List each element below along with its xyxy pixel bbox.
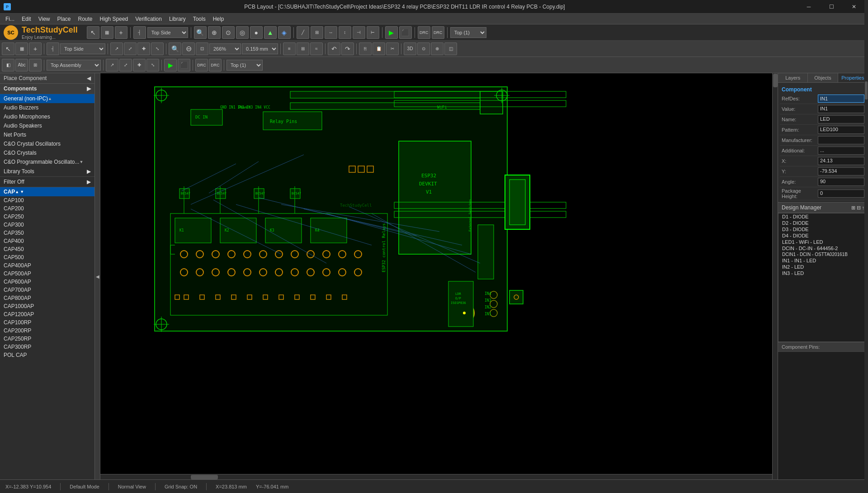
tb2-prop[interactable]: ⊕ bbox=[431, 43, 443, 55]
tb-sw2[interactable]: ↕ bbox=[339, 26, 351, 39]
cat-microphones[interactable]: Audio Microphones bbox=[0, 112, 94, 121]
tb-select-arrow[interactable]: ↖ bbox=[87, 26, 99, 39]
dm-in3[interactable]: IN3 - LED bbox=[778, 270, 868, 276]
tab-objects[interactable]: Objects bbox=[808, 73, 838, 82]
tb2-comp[interactable]: ⊞ bbox=[297, 43, 309, 55]
tb-sw1[interactable]: ↔ bbox=[325, 26, 337, 39]
cat-co-prog[interactable]: C&O Programmable Oscillato... ▼ bbox=[0, 157, 94, 166]
panel-collapse-button[interactable]: ◀ bbox=[95, 73, 100, 479]
hscroll-thumb[interactable] bbox=[191, 475, 218, 479]
menu-route[interactable]: Route bbox=[75, 15, 96, 23]
tb2-rect[interactable]: ▦ bbox=[15, 43, 28, 55]
tb-search[interactable]: 🔍 bbox=[194, 26, 207, 39]
tb-via[interactable]: ◈ bbox=[278, 26, 291, 39]
tb2-b2[interactable]: ⤢ bbox=[124, 43, 137, 55]
dm-led1[interactable]: LED1 - WiFi - LED bbox=[778, 239, 868, 245]
close-button[interactable]: ✕ bbox=[844, 0, 864, 14]
tb2-b3[interactable]: ✚ bbox=[137, 43, 150, 55]
cap-200rp[interactable]: CAP200RP bbox=[0, 327, 94, 335]
tb-grid[interactable]: ⊞ bbox=[311, 26, 323, 39]
place-component-header[interactable]: Place Component ◀ bbox=[0, 73, 94, 84]
tb-dot[interactable]: ● bbox=[250, 26, 263, 39]
cap-100[interactable]: CAP100 bbox=[0, 196, 94, 204]
tb-drc2[interactable]: DRC bbox=[432, 26, 444, 39]
cat-speakers[interactable]: Audio Speakers bbox=[0, 121, 94, 130]
tb3-n4[interactable]: ⤡ bbox=[146, 59, 159, 71]
tb2-cut[interactable]: ✂ bbox=[386, 43, 399, 55]
dm-d1[interactable]: D1 - DIODE bbox=[778, 213, 868, 220]
dm-icon1[interactable]: ⊞ bbox=[851, 205, 855, 211]
tb-search2[interactable]: ⊕ bbox=[208, 26, 221, 39]
cap-pol[interactable]: POL CAP bbox=[0, 351, 94, 359]
cap-400[interactable]: CAP400 bbox=[0, 237, 94, 245]
tb2-b1[interactable]: ↗ bbox=[110, 43, 123, 55]
tb-wire[interactable]: ▦ bbox=[101, 26, 113, 39]
dm-dcin1[interactable]: DCIN1 - DCIN - OSTTA020161B bbox=[778, 251, 868, 257]
tb-stop[interactable]: ⬛ bbox=[399, 26, 412, 39]
cat-co-osc[interactable]: C&O Crystal Oscillators bbox=[0, 139, 94, 148]
assembly-select[interactable]: Top Assembly bbox=[47, 60, 101, 71]
cap-600ap[interactable]: CAP600AP bbox=[0, 278, 94, 286]
horizontal-scrollbar[interactable] bbox=[100, 474, 772, 479]
cat-netports[interactable]: Net Ports bbox=[0, 130, 94, 139]
tb2-cursor[interactable]: ↖ bbox=[2, 43, 14, 55]
tb3-drc3[interactable]: DRC bbox=[195, 59, 208, 71]
cat-general[interactable]: General (non-IPC) ▲ bbox=[0, 94, 94, 103]
cap-800ap[interactable]: CAP800AP bbox=[0, 294, 94, 302]
cat-co-crys[interactable]: C&O Crystals bbox=[0, 148, 94, 157]
layer-select[interactable]: Top Side Bottom Side bbox=[147, 27, 188, 38]
components-expand[interactable]: ▶ bbox=[87, 85, 91, 92]
tb2-zoom-fit[interactable]: ⊡ bbox=[196, 43, 208, 55]
tb-sw3[interactable]: ⊣ bbox=[353, 26, 365, 39]
tb2-fp[interactable]: ⊙ bbox=[417, 43, 430, 55]
dm-dcin[interactable]: DCIN - DC-IN - 644456-2 bbox=[778, 245, 868, 251]
cap-300[interactable]: CAP300 bbox=[0, 221, 94, 229]
cap-450[interactable]: CAP450 bbox=[0, 245, 94, 253]
tb2-paste[interactable]: 📋 bbox=[373, 43, 385, 55]
dm-d3[interactable]: D3 - DIODE bbox=[778, 226, 868, 232]
tb-add[interactable]: + bbox=[115, 26, 127, 39]
grid-select[interactable]: 0.159 mm bbox=[242, 43, 278, 54]
tb-run[interactable]: ▶ bbox=[385, 26, 398, 39]
tb3-comp[interactable]: ◧ bbox=[2, 59, 14, 71]
cap-500[interactable]: CAP500 bbox=[0, 253, 94, 261]
menu-place[interactable]: Place bbox=[53, 15, 74, 23]
tb2-3d[interactable]: 3D bbox=[404, 43, 416, 55]
tb3-n1[interactable]: ↗ bbox=[106, 59, 118, 71]
tb-line1[interactable]: ╱ bbox=[297, 26, 309, 39]
menu-library[interactable]: Library bbox=[165, 15, 189, 23]
dm-in1[interactable]: IN1 - IN1 - LED bbox=[778, 257, 868, 264]
cap-500ap[interactable]: CAP500AP bbox=[0, 270, 94, 278]
tb-search3[interactable]: ⊙ bbox=[222, 26, 235, 39]
right-scroll-thumb[interactable] bbox=[865, 81, 868, 100]
tb3-stop2[interactable]: ⬛ bbox=[178, 59, 190, 71]
cap-1200ap[interactable]: CAP1200AP bbox=[0, 310, 94, 318]
cat-buzzers[interactable]: Audio Buzzers bbox=[0, 103, 94, 112]
cap-700ap[interactable]: CAP700AP bbox=[0, 286, 94, 294]
tb-circle[interactable]: ◎ bbox=[236, 26, 249, 39]
tb2-b4[interactable]: ⤡ bbox=[151, 43, 164, 55]
menu-edit[interactable]: Edit bbox=[18, 15, 35, 23]
tb2-undo[interactable]: ↶ bbox=[328, 43, 340, 55]
tb3-run2[interactable]: ▶ bbox=[164, 59, 177, 71]
cap-200[interactable]: CAP200 bbox=[0, 204, 94, 213]
vertical-scrollbar[interactable] bbox=[772, 73, 778, 479]
filter-off[interactable]: Filter Off ▶ bbox=[0, 177, 94, 187]
tb3-drc4[interactable]: DRC bbox=[209, 59, 222, 71]
tb-pin[interactable]: ┤ bbox=[133, 26, 146, 39]
refdes-input[interactable] bbox=[818, 95, 864, 103]
tb2-redo[interactable]: ↷ bbox=[341, 43, 354, 55]
dm-in2[interactable]: IN2 - LED bbox=[778, 264, 868, 270]
tb-sw4[interactable]: ⊢ bbox=[367, 26, 379, 39]
cap-header[interactable]: CAP ▲ ▼ bbox=[0, 187, 94, 196]
pcb-canvas-area[interactable]: ESP32 DEVKIT V1 K1 K2 K3 K4 bbox=[100, 73, 778, 479]
cap-scroll-down[interactable]: ▼ bbox=[20, 190, 24, 194]
tb-drc1[interactable]: DRC bbox=[418, 26, 430, 39]
cap-100rp[interactable]: CAP100RP bbox=[0, 318, 94, 327]
scroll-thumb[interactable] bbox=[773, 74, 778, 87]
cap-250rp[interactable]: CAP250RP bbox=[0, 335, 94, 343]
tb3-text[interactable]: Abc bbox=[15, 59, 28, 71]
menu-tools[interactable]: Tools bbox=[189, 15, 209, 23]
dm-d4[interactable]: D4 - DIODE bbox=[778, 232, 868, 239]
minimize-button[interactable]: ─ bbox=[798, 0, 819, 14]
